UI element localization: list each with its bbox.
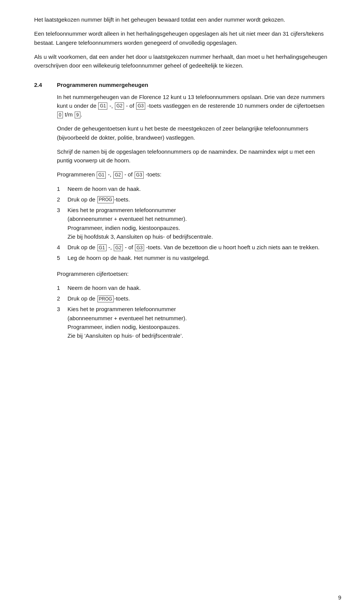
list-text: Kies het te programmeren telefoonnummer(… [67,206,330,241]
s-p1-mid2: - of [124,102,134,109]
g3-key-1: G3 [136,102,145,110]
section-p1: In het nummergeheugen van de Florence 12… [57,93,330,119]
section-title: Programmeren nummergeheugen [57,80,330,89]
list-text: Leg de hoorn op de haak. Het nummer is n… [67,253,330,262]
list-num: 1 [57,283,67,292]
list-text: Druk op de G1 -, G2 - of G3 -toets. Van … [67,243,330,252]
prog-key-2: PROG [97,296,114,303]
section-number: 2.4 [34,80,57,89]
prog-g-mid2: - of [124,171,133,178]
prog-key-1: PROG [97,196,114,203]
s-p1-end: t/m [65,111,73,118]
p3-text: Als u wilt voorkomen, dat een ander het … [34,53,327,69]
g1-key-4: G1 [97,244,107,252]
list-text: Druk op de PROG-toets. [67,294,330,303]
g3-key-4: G3 [135,244,144,252]
list-item: 1 Neem de hoorn van de haak. [57,283,330,292]
g2-key-prog: G2 [113,171,122,179]
paragraph-3: Als u wilt voorkomen, dat een ander het … [34,52,330,70]
list-item: 4 Druk op de G1 -, G2 - of G3 -toets. Va… [57,243,330,252]
list-num: 3 [57,305,67,340]
section-content: Programmeren nummergeheugen In het numme… [57,80,330,342]
list-num: 5 [57,253,67,262]
list-item: 3 Kies het te programmeren telefoonnumme… [57,206,330,241]
g3-key-prog: G3 [135,171,144,179]
list-num: 3 [57,206,67,241]
nine-key: 9 [75,112,80,119]
page: Het laatstgekozen nummer blijft in het g… [0,0,364,612]
list-text: Kies het te programmeren telefoonnummer(… [67,305,330,340]
paragraph-1: Het laatstgekozen nummer blijft in het g… [34,15,330,24]
list-item: 5 Leg de hoorn op de haak. Het nummer is… [57,253,330,262]
g2-key-4: G2 [114,244,123,252]
section-2-4: 2.4 Programmeren nummergeheugen In het n… [34,80,330,342]
section-p2: Onder de geheugentoetsen kunt u het best… [57,124,330,142]
g2-key-1: G2 [115,102,124,110]
list-num: 2 [57,195,67,204]
p2-text: Een telefoonnummer wordt alleen in het h… [34,30,324,46]
prog-g-list: 1 Neem de hoorn van de haak. 2 Druk op d… [57,184,330,263]
list-text: Druk op de PROG-toets. [67,195,330,204]
g1-key-1: G1 [98,102,107,110]
prog-g-mid1: -, [108,171,111,178]
s-p1-mid3: -toets vastleggen en de resterende 10 nu… [147,102,325,109]
list-num: 2 [57,294,67,303]
page-number: 9 [338,594,341,601]
list-item: 1 Neem de hoorn van de haak. [57,184,330,193]
prog-c-list: 1 Neem de hoorn van de haak. 2 Druk op d… [57,283,330,340]
list-text: Neem de hoorn van de haak. [67,283,330,292]
prog-g-suf: -toets: [146,171,162,178]
g1-key-prog: G1 [97,171,106,179]
section-p3: Schrijf de namen bij de opgeslagen telef… [57,147,330,165]
list-item: 2 Druk op de PROG-toets. [57,294,330,303]
s-p1-mid: -, [108,102,113,109]
prog-c-title: Programmeren cijfertoetsen: [57,269,330,278]
list-num: 4 [57,243,67,252]
list-num: 1 [57,184,67,193]
list-text: Neem de hoorn van de haak. [67,184,330,193]
paragraph-2: Een telefoonnummer wordt alleen in het h… [34,29,330,47]
prog-g-pre: Programmeren [57,171,95,178]
list-item: 2 Druk op de PROG-toets. [57,195,330,204]
prog-g-title-line: Programmeren G1 -, G2 - of G3 -toets: [57,170,330,179]
zero-key: 0 [57,112,63,119]
list-item: 3 Kies het te programmeren telefoonnumme… [57,305,330,340]
